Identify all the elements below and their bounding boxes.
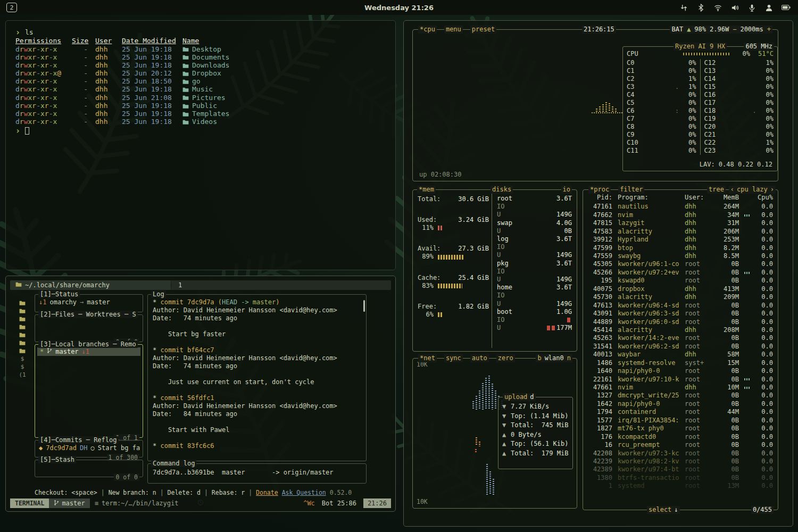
prompt-line[interactable]: › bbox=[15, 126, 386, 136]
process-row[interactable]: 47161nautilusdhh264M0.0 bbox=[588, 203, 773, 211]
process-row[interactable]: 16rcu_preemptroot0B0.0 bbox=[588, 441, 773, 449]
process-row[interactable]: 1640napi/phy0-0root0B0.0 bbox=[588, 367, 773, 375]
tab-filter[interactable]: filter bbox=[618, 186, 644, 194]
folder-icon[interactable] bbox=[19, 315, 26, 322]
file-name[interactable]: Documents bbox=[182, 53, 229, 62]
process-row[interactable]: 45305kworker/u96:1-coroot0B0.0 bbox=[588, 260, 773, 268]
commit-block[interactable]: * commit 83fc6c6 bbox=[153, 442, 361, 450]
process-row[interactable]: 31541kworker/u96:2-sdroot0B0.0 bbox=[588, 343, 773, 351]
process-row[interactable]: 22161kworker/u97:10-kroot0B0.0 bbox=[588, 376, 773, 384]
account-icon[interactable] bbox=[764, 3, 774, 12]
folder-icon[interactable] bbox=[19, 307, 26, 314]
process-row[interactable]: 47661nvimdhh10M0.0 bbox=[588, 384, 773, 392]
process-row[interactable]: 42389kworker/u97:4-btroot0B0.0 bbox=[588, 466, 773, 473]
tab-disks[interactable]: disks bbox=[491, 186, 513, 194]
mic-icon[interactable] bbox=[747, 3, 757, 12]
help-item[interactable]: Delete: d bbox=[168, 489, 201, 496]
file-name[interactable]: Pictures bbox=[182, 94, 226, 103]
help-item[interactable]: New branch: n bbox=[109, 489, 156, 496]
process-row[interactable]: 45730alacrittydhh209M0.0 bbox=[588, 293, 773, 301]
process-row[interactable]: 47559swaybgdhh8.5M0.0 bbox=[588, 252, 773, 260]
scrollbar[interactable] bbox=[363, 300, 365, 312]
net-interface[interactable]: b wlan0 n bbox=[536, 354, 572, 362]
file-name[interactable]: Videos bbox=[182, 118, 217, 127]
process-row[interactable]: 43091kworker/u96:3-sdroot0B0.0 bbox=[588, 310, 773, 318]
file-name[interactable]: Dropbox bbox=[182, 69, 221, 78]
tab-preset[interactable]: preset bbox=[470, 26, 496, 34]
file-name[interactable]: Music bbox=[182, 85, 213, 94]
file-name[interactable]: Downloads bbox=[182, 61, 229, 70]
tab-io[interactable]: io bbox=[561, 186, 572, 194]
tree-entry[interactable]: $ bbox=[21, 363, 24, 370]
tab-net[interactable]: *net bbox=[418, 354, 437, 362]
commit-block[interactable]: * commit 7dc9d7a (HEAD -> master)Author:… bbox=[153, 298, 361, 338]
process-row[interactable]: 1systemdroot13M0.0 bbox=[588, 482, 773, 490]
process-row[interactable]: 47815lazygitdhh31M0.0 bbox=[588, 219, 773, 227]
process-row[interactable]: 47613kworker/u96:4-sdroot0B0.0 bbox=[588, 302, 773, 310]
file-name[interactable]: Public bbox=[182, 102, 217, 111]
process-row[interactable]: 1827mt76-tx phy0root0B0.0 bbox=[588, 425, 773, 433]
bluetooth-icon[interactable] bbox=[696, 3, 705, 12]
process-row[interactable]: 1794containerdroot44M0.0 bbox=[588, 408, 773, 416]
folder-icon[interactable] bbox=[19, 347, 26, 354]
process-row[interactable]: 44889kworker/u96:0-sdroot0B0.0 bbox=[588, 318, 773, 326]
process-row[interactable]: 42208kworker/u97:3-kcroot0B0.0 bbox=[588, 450, 773, 458]
sort-next-icon[interactable]: › bbox=[770, 186, 774, 194]
process-row[interactable]: 39912Hyprlanddhh253M0.0 bbox=[588, 236, 773, 244]
process-row[interactable]: 45266kworker/u97:2+evroot0B0.0 bbox=[588, 269, 773, 277]
tab-mem[interactable]: *mem bbox=[417, 186, 436, 194]
lazygit-commits-panel[interactable]: [4]─Commits ─ Reflog ◆ 7dc9d7ad DH ○ Sta… bbox=[35, 440, 143, 458]
donate-link[interactable]: Donate bbox=[256, 489, 278, 496]
folder-icon[interactable] bbox=[19, 339, 26, 346]
process-row[interactable]: 176kcompactd0root0B0.0 bbox=[588, 433, 773, 441]
process-row[interactable]: 40075dropboxdhh413M0.0 bbox=[588, 285, 773, 293]
folder-icon[interactable] bbox=[19, 300, 26, 306]
process-row[interactable]: 1486systemd-resolvesyst+15M0.0 bbox=[588, 359, 773, 367]
process-row[interactable]: 195kswapd0root0B0.0 bbox=[588, 277, 773, 285]
lazygit-branches-panel[interactable]: [3]─Local branches ─ Remo * master ↓1 1 … bbox=[35, 344, 143, 438]
tab-auto[interactable]: auto bbox=[470, 354, 489, 362]
process-row[interactable]: 47599btopdhh8.2M0.0 bbox=[588, 244, 773, 252]
wifi-icon[interactable] bbox=[713, 3, 722, 12]
lazygit-log-panel[interactable]: Log * commit 7dc9d7a (HEAD -> master)Aut… bbox=[147, 294, 367, 461]
process-row[interactable]: 47583alacrittydhh206M0.0 bbox=[588, 228, 773, 236]
lazygit-stash-panel[interactable]: [5]─Stash 0 of 0 bbox=[35, 460, 143, 477]
tab-cpu[interactable]: *cpu bbox=[418, 26, 437, 34]
help-item[interactable]: Checkout: <space> bbox=[35, 489, 97, 496]
file-name[interactable]: Templates bbox=[182, 110, 229, 119]
file-name[interactable]: Desktop bbox=[182, 45, 221, 54]
tab-proc[interactable]: *proc bbox=[588, 186, 611, 194]
sort-prev-icon[interactable]: ‹ bbox=[730, 186, 734, 194]
process-row[interactable]: 47662nvimdhh34M0.0 bbox=[588, 211, 773, 219]
branch-row[interactable]: * master ↓1 bbox=[37, 347, 140, 356]
refresh-plus[interactable]: + bbox=[767, 26, 771, 34]
tab-tree[interactable]: tree bbox=[707, 186, 726, 194]
process-row[interactable]: 45414alacrittydhh208M0.0 bbox=[588, 326, 773, 334]
battery-icon[interactable] bbox=[782, 3, 791, 12]
sort-selector[interactable]: ‹ cpu lazy › bbox=[729, 186, 776, 194]
file-name[interactable]: go bbox=[182, 77, 201, 86]
refresh-minus[interactable]: − bbox=[733, 26, 736, 34]
ask-question-link[interactable]: Ask Question bbox=[282, 489, 326, 496]
updates-icon[interactable] bbox=[679, 3, 688, 12]
process-row[interactable]: 1380btrfs-transactioroot0B0.0 bbox=[588, 474, 773, 482]
process-row[interactable]: 1327dmcrypt_write/25root0B0.0 bbox=[588, 392, 773, 400]
lazygit-files-panel[interactable]: [2]─Files ─ Worktrees ─ S 0 of 0 bbox=[35, 314, 143, 342]
tab-menu[interactable]: menu bbox=[444, 26, 463, 34]
process-row[interactable]: 40013waybardhh58M0.0 bbox=[588, 351, 773, 359]
process-row[interactable]: 42239kworker/u98:2-kvroot0B0.0 bbox=[588, 458, 773, 466]
lazygit-status-panel[interactable]: [1]─Status ↓1 omarchy → master bbox=[35, 294, 143, 312]
tree-entry[interactable]: $ bbox=[21, 355, 24, 362]
volume-icon[interactable] bbox=[730, 3, 739, 12]
commit-block[interactable]: * commit 56fdfc1Author: David Heinemeier… bbox=[153, 394, 361, 434]
commit-block[interactable]: * commit bf64cc7Author: David Heinemeier… bbox=[153, 346, 361, 386]
winbar-tab[interactable]: 1 bbox=[171, 281, 189, 289]
tab-zero[interactable]: zero bbox=[496, 354, 515, 362]
tab-sync[interactable]: sync bbox=[444, 354, 463, 362]
process-row[interactable]: 45263kworker/14:2-everoot0B0.0 bbox=[588, 334, 773, 342]
file-tree[interactable]: $$(1 bbox=[12, 295, 32, 490]
folder-icon[interactable] bbox=[19, 331, 26, 338]
process-row[interactable]: 1577irq/81-PIXA3854:root0B0.0 bbox=[588, 417, 773, 425]
workspace-indicator[interactable]: 2 bbox=[6, 3, 17, 12]
process-row[interactable]: 1642napi/phy0-0root0B0.0 bbox=[588, 400, 773, 408]
